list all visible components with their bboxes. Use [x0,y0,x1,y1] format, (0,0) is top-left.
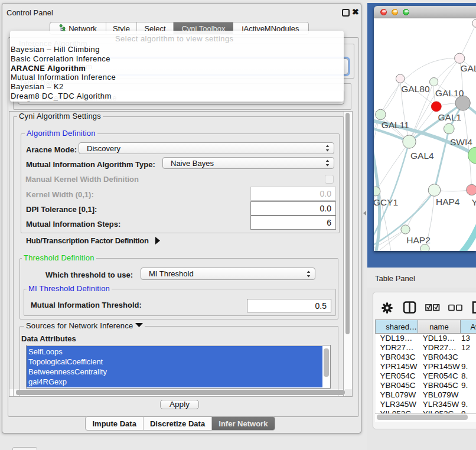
svg-text:HAP4: HAP4 [436,197,460,207]
svg-text:HAP2: HAP2 [406,235,431,245]
svg-text:GAL4: GAL4 [410,151,434,161]
svg-text:GAL2: GAL2 [461,63,476,73]
svg-text:GAL1: GAL1 [438,112,462,122]
svg-text:YD: YD [472,197,476,207]
svg-text:GAL11: GAL11 [382,120,409,130]
svg-text:SWI4: SWI4 [450,137,472,147]
svg-text:GCY1: GCY1 [374,197,398,207]
svg-text:GAL80: GAL80 [401,84,430,94]
svg-text:GAL10: GAL10 [435,88,464,98]
